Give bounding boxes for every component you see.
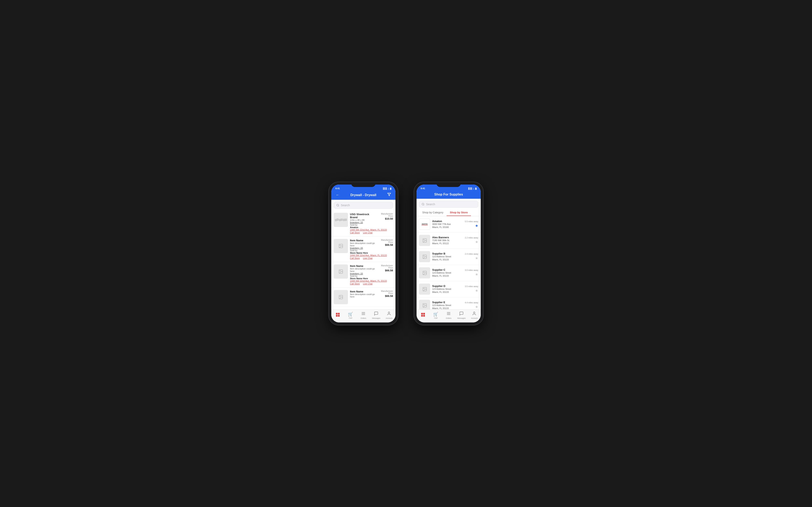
- wifi-icon-2: △: [473, 187, 474, 189]
- store-address-supplierc: 123 Address Street Miami, FL 33133: [432, 271, 463, 278]
- image-placeholder-icon: [339, 295, 343, 299]
- svg-rect-29: [421, 313, 423, 315]
- nav-orders-label: Orders: [360, 317, 366, 319]
- product-image-4: [334, 290, 348, 304]
- svg-point-24: [424, 272, 424, 273]
- store-right-supplierb: 2.4 miles away ★: [465, 253, 478, 261]
- favorite-button-amaton[interactable]: ★: [475, 223, 478, 228]
- nav-orders[interactable]: Orders: [358, 311, 368, 319]
- tab-bar-2: Shop by Category Shop by Store: [416, 209, 481, 216]
- store-address-supplierb: 123 Address Street Miami, FL 33133: [432, 255, 463, 262]
- sold-by-2: Sold by: [350, 249, 393, 252]
- search-bar[interactable]: Search: [334, 202, 393, 209]
- store-right-suppliere: 4.4 miles away ★: [465, 301, 478, 309]
- store-address-3[interactable]: 1444 SW 22nd Ave, Miami, FL 33133: [350, 280, 393, 282]
- nav-messages-label-2: Messages: [457, 317, 466, 319]
- nav-home-2[interactable]: [418, 313, 428, 318]
- price-section-4: Manufacturer Price $66.58: [377, 290, 393, 297]
- nav-home[interactable]: [333, 313, 343, 318]
- nav-cart[interactable]: 🛒 Cart: [346, 312, 356, 319]
- svg-point-4: [340, 245, 341, 245]
- favorite-button-supplierc[interactable]: ★: [475, 272, 478, 277]
- product-name-section-2: Item Name Item description could go here: [350, 239, 377, 247]
- product-item-2[interactable]: Item Name Item description could go here…: [331, 236, 396, 262]
- store-info-supplierb: Supplier B 123 Address Street Miami, FL …: [432, 252, 463, 262]
- account-icon: [387, 311, 391, 317]
- tab-shop-by-category[interactable]: Shop by Category: [419, 209, 447, 216]
- store-name-supplierb: Supplier B: [432, 252, 463, 255]
- home-icon-2: [421, 313, 425, 318]
- favorite-button-suppliere[interactable]: ★: [475, 304, 478, 309]
- app-header: ← Drywall - Drywall: [331, 191, 396, 200]
- price-section-2: Manufacturer Price $66.58: [377, 239, 393, 246]
- phone2-frame: 9:41 ▐▐▐ △ ▓ Shop For Supplies: [414, 182, 483, 325]
- inventory-1: Inventory: 15: [350, 221, 393, 224]
- favorite-button-supplierb[interactable]: ★: [475, 256, 478, 261]
- favorite-button-supplierd[interactable]: ★: [475, 288, 478, 293]
- nav-messages-2[interactable]: Messages: [456, 311, 466, 319]
- home-icon: [336, 313, 340, 318]
- notch: [351, 182, 375, 187]
- distance-amaton: 5.5 miles away: [465, 220, 478, 223]
- search-bar-2[interactable]: Search: [419, 201, 478, 208]
- supplierb-logo: [419, 251, 430, 262]
- image-placeholder-icon: [339, 269, 343, 274]
- distance-supplierd: 3.5 miles away: [465, 285, 478, 288]
- product-item-3[interactable]: Item Name Item description could go here…: [331, 262, 396, 288]
- tab-shop-by-store[interactable]: Shop by Store: [447, 209, 471, 216]
- store-item-suppliere[interactable]: Supplier E 123 Address Street Miami, FL …: [416, 297, 481, 309]
- status-time-2: 9:41: [421, 187, 425, 189]
- svg-point-36: [473, 312, 475, 313]
- svg-rect-12: [338, 315, 340, 317]
- search-icon: [336, 204, 339, 207]
- product-item-4[interactable]: Item Name Item description could go here…: [331, 288, 396, 307]
- store-right-supplierc: 3.0 miles away ★: [465, 269, 478, 277]
- store-address-2[interactable]: 1444 SW 22nd Ave, Miami, FL 33133: [350, 254, 393, 257]
- notch-2: [437, 182, 461, 187]
- search-container-2: Search: [416, 199, 481, 209]
- live-chat-2[interactable]: Live Chat: [363, 257, 372, 260]
- store-address-1[interactable]: 1444 SW 22nd Ave, Miami, FL 33133: [350, 229, 393, 231]
- account-icon-2: [472, 311, 476, 317]
- distance-supplierb: 2.4 miles away: [465, 253, 478, 255]
- app-header-2: Shop For Supplies: [416, 191, 481, 199]
- store-item-supplierd[interactable]: Supplier D 123 Address Street Miami, FL …: [416, 281, 481, 297]
- svg-point-6: [340, 271, 341, 271]
- back-button[interactable]: ←: [335, 193, 341, 197]
- store-list: AMATON Amaton 3000 NW 77th Ave Miami, FL…: [416, 216, 481, 309]
- filter-button[interactable]: [386, 193, 392, 197]
- nav-messages-label: Messages: [372, 317, 380, 319]
- call-store-1[interactable]: Call Store: [350, 231, 360, 234]
- store-item-alex[interactable]: Alex Banners 7195 NW 30th St. Miami, FL …: [416, 232, 481, 248]
- live-chat-1[interactable]: Live Chat: [363, 231, 372, 234]
- store-item-supplierb[interactable]: Supplier B 123 Address Street Miami, FL …: [416, 248, 481, 265]
- svg-rect-32: [423, 315, 425, 317]
- nav-messages[interactable]: Messages: [371, 311, 381, 319]
- signal-icon-2: ▐▐▐: [467, 187, 472, 189]
- phone2-screen: 9:41 ▐▐▐ △ ▓ Shop For Supplies: [416, 184, 481, 323]
- distance-alex: 2.2 miles away: [465, 237, 478, 239]
- status-icons: ▐▐▐ △ ▓: [382, 187, 391, 189]
- nav-account[interactable]: Account: [384, 311, 394, 319]
- call-store-2[interactable]: Call Store: [350, 257, 360, 260]
- phone1-screen: 9:41 ▐▐▐ △ ▓ ← Drywall - Drywall: [331, 184, 396, 323]
- store-item-supplierc[interactable]: Supplier C 123 Address Street Miami, FL …: [416, 265, 481, 281]
- product-top-row-4: Item Name Item description could go here…: [350, 290, 393, 298]
- battery-icon: ▓: [390, 187, 391, 189]
- store-item-amaton[interactable]: AMATON Amaton 3000 NW 77th Ave Miami, FL…: [416, 216, 481, 232]
- product-item-1[interactable]: USG Sheetrock Brand 1/2in x 4ft x 8ft Ma…: [331, 210, 396, 236]
- product-top-row-1: USG Sheetrock Brand 1/2in x 4ft x 8ft Ma…: [350, 213, 393, 221]
- nav-orders-2[interactable]: Orders: [444, 311, 454, 319]
- nav-account-2[interactable]: Account: [469, 311, 479, 319]
- call-store-3[interactable]: Call Store: [350, 282, 360, 285]
- nav-cart-2[interactable]: 🛒 Cart: [431, 312, 441, 319]
- store-name-alex: Alex Banners: [432, 236, 463, 239]
- cart-icon-2: 🛒: [433, 312, 438, 317]
- bottom-nav: 🛒 Cart Orders: [331, 309, 396, 323]
- search-placeholder: Search: [341, 204, 350, 207]
- inventory-2: Inventory: 15: [350, 247, 393, 249]
- live-chat-3[interactable]: Live Chat: [363, 282, 372, 285]
- image-placeholder-icon-store: [422, 254, 427, 259]
- svg-point-1: [337, 204, 339, 206]
- favorite-button-alex[interactable]: ★: [475, 240, 478, 244]
